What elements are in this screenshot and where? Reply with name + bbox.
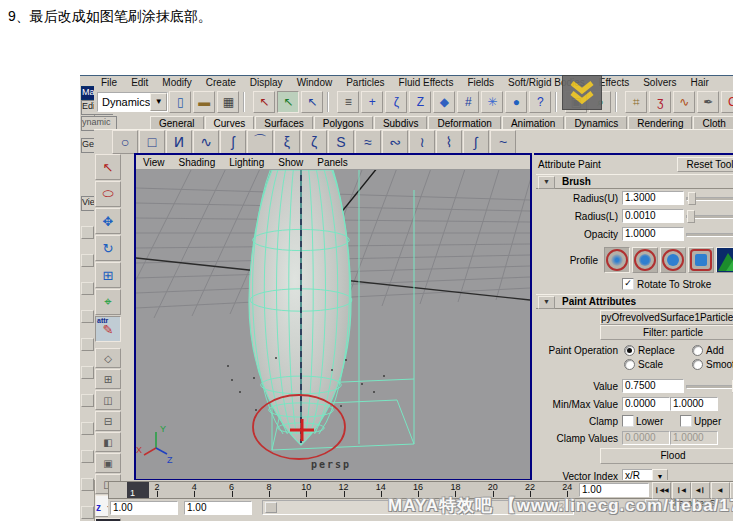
rebuild-curve-icon[interactable]: ∫ bbox=[463, 130, 489, 154]
vector-index-dropdown-arrow[interactable]: ▼ bbox=[652, 469, 668, 480]
spring-icon[interactable]: ∿ bbox=[673, 91, 695, 113]
lasso-tool[interactable]: ⬭ bbox=[95, 181, 121, 207]
collapse-arrow-icon[interactable]: ▼ bbox=[538, 296, 555, 309]
attach-curve-icon[interactable]: S bbox=[328, 130, 354, 154]
snap-point-icon[interactable]: ζ bbox=[385, 91, 407, 113]
opacity-field[interactable]: 1.0000 bbox=[622, 227, 684, 241]
replace-radio[interactable] bbox=[624, 345, 635, 356]
shelf-tab-cloth[interactable]: Cloth bbox=[693, 116, 733, 129]
magnet-icon[interactable]: C bbox=[721, 91, 733, 113]
reset-tool-button[interactable]: Reset Tool bbox=[677, 157, 733, 172]
vector-index-value[interactable]: x/R bbox=[622, 469, 656, 480]
menu-item-fields[interactable]: Fields bbox=[460, 77, 501, 88]
menu-item-create[interactable]: Create bbox=[199, 77, 243, 88]
paint-attribute-button[interactable]: pyOfrevolvedSurface1ParticleShape.goal bbox=[600, 310, 733, 325]
layout-two-pane-stack[interactable]: ⊟ bbox=[95, 411, 121, 431]
value-slider[interactable] bbox=[686, 379, 733, 391]
menu-item-hair[interactable]: Hair bbox=[684, 77, 716, 88]
brush-section-header[interactable]: ▼ Brush bbox=[536, 174, 733, 189]
menu-item-modify[interactable]: Modify bbox=[155, 77, 198, 88]
shelf-tab-subdivs[interactable]: Subdivs bbox=[374, 116, 428, 129]
profile-square-button[interactable] bbox=[688, 247, 714, 273]
shelf-tab-deformation[interactable]: Deformation bbox=[428, 116, 500, 129]
square-tool-icon[interactable]: □ bbox=[139, 130, 165, 154]
curve-fillet-icon[interactable]: ζ bbox=[301, 130, 327, 154]
radius-l-slider[interactable] bbox=[686, 209, 733, 221]
shelf-tab-rendering[interactable]: Rendering bbox=[628, 116, 692, 129]
viewport-canvas[interactable]: Y X Z persp bbox=[136, 170, 530, 479]
menu-item-file[interactable]: File bbox=[94, 77, 124, 88]
collapse-arrow-icon[interactable]: ▼ bbox=[538, 176, 555, 189]
new-scene-icon[interactable]: ▯ bbox=[169, 91, 191, 113]
open-scene-icon[interactable]: ▬ bbox=[193, 91, 215, 113]
menuset-dropdown[interactable]: Dynamics ▼ bbox=[97, 92, 168, 112]
filter-particle-button[interactable]: Filter: particle bbox=[600, 325, 733, 340]
menu-item-display[interactable]: Display bbox=[243, 77, 290, 88]
shelf-tab-surfaces[interactable]: Surfaces bbox=[255, 116, 312, 129]
select-tool[interactable]: ↖ bbox=[95, 154, 121, 180]
offset-curve-icon[interactable]: ⌇ bbox=[436, 130, 462, 154]
manipulator-tool[interactable]: ⌖ bbox=[95, 289, 121, 315]
cv-curve-icon[interactable]: Ͷ bbox=[166, 130, 192, 154]
layout-outliner-persp[interactable]: ▣ bbox=[95, 453, 121, 473]
clamp-lower-checkbox[interactable] bbox=[622, 415, 634, 427]
circle-tool-icon[interactable]: ○ bbox=[112, 130, 138, 154]
min-value-field[interactable]: 0.0000 bbox=[622, 397, 670, 411]
range-slider-handle[interactable] bbox=[265, 502, 277, 513]
detach-curve-icon[interactable]: ≈ bbox=[355, 130, 381, 154]
paint-attributes-section-header[interactable]: ▼ Paint Attributes bbox=[536, 294, 733, 309]
select-component-icon[interactable]: ↖ bbox=[301, 91, 323, 113]
viewport-menu-shading[interactable]: Shading bbox=[172, 157, 223, 168]
move-tool[interactable]: ✥ bbox=[95, 208, 121, 234]
layout-two-pane-side[interactable]: ◫ bbox=[95, 390, 121, 410]
make-live-icon[interactable]: ◆ bbox=[433, 91, 455, 113]
scale-tool[interactable]: ⊞ bbox=[95, 262, 121, 288]
layout-four-pane[interactable]: ⊞ bbox=[95, 369, 121, 389]
extend-curve-icon[interactable]: ≀ bbox=[409, 130, 435, 154]
layout-single-pane[interactable]: ◇ bbox=[95, 348, 121, 368]
insert-knot-icon[interactable]: ∾ bbox=[382, 130, 408, 154]
shelf-tab-animation[interactable]: Animation bbox=[502, 116, 564, 129]
profile-soft-button[interactable] bbox=[604, 247, 630, 273]
arc-2pt-icon[interactable]: ⌒ bbox=[247, 130, 273, 154]
profile-medium-button[interactable] bbox=[632, 247, 658, 273]
pencil-curve-icon[interactable]: ʃ bbox=[220, 130, 246, 154]
menu-item-particles[interactable]: Particles bbox=[339, 77, 391, 88]
profile-solid-button[interactable] bbox=[660, 247, 686, 273]
opacity-slider[interactable] bbox=[686, 227, 733, 239]
snowflake-icon[interactable]: ✳ bbox=[481, 91, 503, 113]
shelf-tab-polygons[interactable]: Polygons bbox=[314, 116, 373, 129]
smooth-radio[interactable] bbox=[692, 359, 703, 370]
layout-thumbnail[interactable] bbox=[95, 518, 121, 521]
snap-view-icon[interactable]: Z bbox=[409, 91, 431, 113]
emitter-icon[interactable]: ⌗ bbox=[625, 91, 647, 113]
radius-l-field[interactable]: 0.0010 bbox=[622, 209, 684, 223]
select-object-icon[interactable]: ↖ bbox=[277, 91, 299, 113]
snap-grid-icon[interactable]: ≡ bbox=[337, 91, 359, 113]
viewport-menu-lighting[interactable]: Lighting bbox=[222, 157, 271, 168]
menu-item-edit[interactable]: Edit bbox=[124, 77, 155, 88]
viewport-menu-show[interactable]: Show bbox=[271, 157, 310, 168]
profile-texture-thumbnail[interactable] bbox=[716, 247, 733, 273]
globe-icon[interactable]: ● bbox=[505, 91, 527, 113]
menu-item-fluid-effects[interactable]: Fluid Effects bbox=[392, 77, 461, 88]
save-scene-icon[interactable]: ▦ bbox=[217, 91, 239, 113]
clamp-upper-checkbox[interactable] bbox=[680, 415, 692, 427]
layout-three-pane[interactable]: ◧ bbox=[95, 432, 121, 452]
attr-paint-tool[interactable]: ✎attr bbox=[95, 316, 121, 342]
help-icon[interactable]: ? bbox=[529, 91, 551, 113]
lattice-icon[interactable]: # bbox=[457, 91, 479, 113]
particle-curve-icon[interactable]: ʒ bbox=[649, 91, 671, 113]
current-frame-marker[interactable]: 1 bbox=[127, 482, 149, 498]
value-field[interactable]: 0.7500 bbox=[622, 379, 684, 393]
viewport-menu-panels[interactable]: Panels bbox=[310, 157, 355, 168]
perspective-viewport[interactable]: ViewShadingLightingShowPanels bbox=[134, 153, 532, 480]
menu-item-window[interactable]: Window bbox=[290, 77, 340, 88]
range-start-field[interactable]: 1.00 bbox=[110, 501, 178, 515]
collision-icon[interactable]: ✒ bbox=[697, 91, 719, 113]
rotate-tool[interactable]: ↻ bbox=[95, 235, 121, 261]
radius-u-field[interactable]: 1.3000 bbox=[622, 191, 684, 205]
rotate-to-stroke-checkbox[interactable]: ✓ bbox=[622, 278, 634, 290]
playback-start-field[interactable]: 1.00 bbox=[184, 501, 252, 515]
viewport-menu-view[interactable]: View bbox=[136, 157, 172, 168]
